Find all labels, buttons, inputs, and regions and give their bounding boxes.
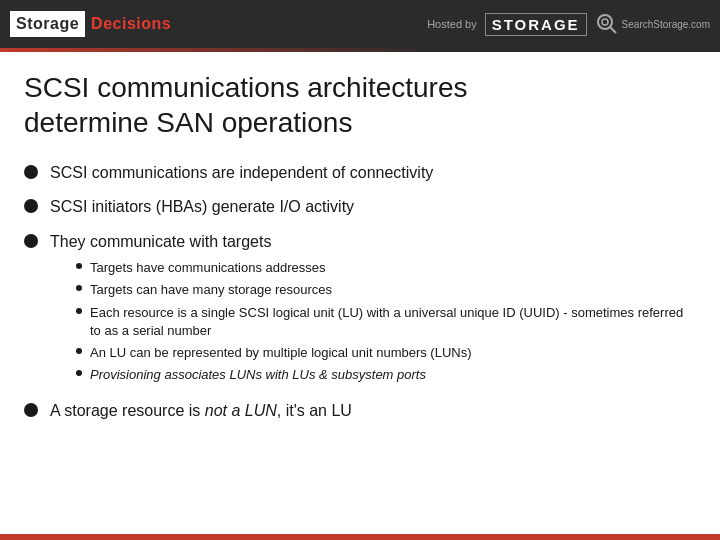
bullet-text-suffix: , it's an LU	[277, 402, 352, 419]
list-item: Targets can have many storage resources	[76, 281, 696, 299]
search-storage-text: SearchStorage.com	[622, 19, 710, 30]
bullet-content: They communicate with targets Targets ha…	[50, 231, 696, 389]
svg-line-2	[610, 27, 616, 33]
list-item: SCSI initiators (HBAs) generate I/O acti…	[24, 196, 696, 218]
sub-bullet-dot	[76, 348, 82, 354]
logo-area: StorageDecisions	[10, 11, 177, 37]
sub-bullet-dot	[76, 263, 82, 269]
header-bar: StorageDecisions Hosted by STORAGE Searc…	[0, 0, 720, 48]
sub-bullet-dot	[76, 285, 82, 291]
svg-point-1	[602, 19, 608, 25]
bullet-text-prefix: A storage resource is	[50, 402, 205, 419]
sub-bullet-text-italic: Provisioning associates LUNs with LUs & …	[90, 366, 426, 384]
bullet-text-italic: not a LUN	[205, 402, 277, 419]
bullet-text: A storage resource is not a LUN, it's an…	[50, 400, 352, 422]
logo-storage: Storage	[10, 11, 85, 37]
sub-bullet-list: Targets have communications addresses Ta…	[76, 259, 696, 384]
slide-title: SCSI communications architectures determ…	[24, 70, 696, 140]
bullet-dot	[24, 403, 38, 417]
bullet-dot	[24, 234, 38, 248]
list-item: Each resource is a single SCSI logical u…	[76, 304, 696, 340]
list-item: Provisioning associates LUNs with LUs & …	[76, 366, 696, 384]
bullet-dot	[24, 165, 38, 179]
list-item: A storage resource is not a LUN, it's an…	[24, 400, 696, 422]
bullet-list: SCSI communications are independent of c…	[24, 162, 696, 423]
sub-bullet-text: Each resource is a single SCSI logical u…	[90, 304, 696, 340]
list-item: An LU can be represented by multiple log…	[76, 344, 696, 362]
bullet-text: SCSI initiators (HBAs) generate I/O acti…	[50, 196, 354, 218]
hosted-by-label: Hosted by	[427, 18, 477, 30]
bullet-text: They communicate with targets	[50, 233, 271, 250]
main-content: SCSI communications architectures determ…	[0, 52, 720, 445]
list-item: SCSI communications are independent of c…	[24, 162, 696, 184]
storage-brand-logo: STORAGE	[485, 13, 587, 36]
sub-bullet-text: Targets have communications addresses	[90, 259, 326, 277]
sub-bullet-text: An LU can be represented by multiple log…	[90, 344, 472, 362]
list-item: Targets have communications addresses	[76, 259, 696, 277]
bullet-dot	[24, 199, 38, 213]
list-item: They communicate with targets Targets ha…	[24, 231, 696, 389]
hosted-area: Hosted by STORAGE SearchStorage.com	[427, 12, 710, 36]
bullet-text: SCSI communications are independent of c…	[50, 162, 433, 184]
search-icon	[595, 12, 619, 36]
sub-bullet-text: Targets can have many storage resources	[90, 281, 332, 299]
search-storage-logo: SearchStorage.com	[595, 12, 710, 36]
sub-bullet-dot	[76, 308, 82, 314]
bottom-bar	[0, 534, 720, 540]
svg-point-0	[598, 15, 612, 29]
sub-bullet-dot	[76, 370, 82, 376]
logo-decisions: Decisions	[85, 11, 177, 37]
